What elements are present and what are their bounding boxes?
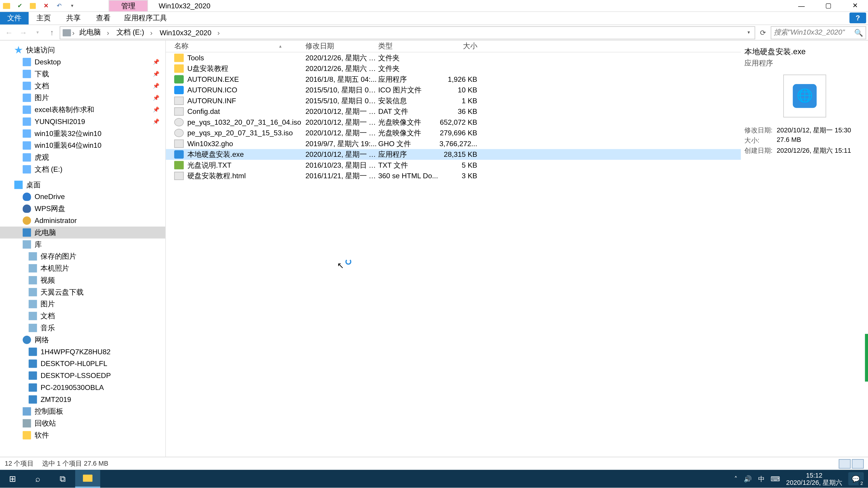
nav-quick-item[interactable]: 下载📌 <box>0 68 165 80</box>
tab-app-tools[interactable]: 应用程序工具 <box>118 12 173 24</box>
tab-view[interactable]: 查看 <box>88 12 118 24</box>
nav-quick-item[interactable]: 文档📌 <box>0 80 165 92</box>
nav-onedrive[interactable]: OneDrive <box>0 191 165 203</box>
qat-delete-icon[interactable]: ✕ <box>39 0 53 11</box>
crumb-folder[interactable]: Win10x32_2020 <box>156 28 223 37</box>
nav-control-panel[interactable]: 控制面板 <box>0 405 165 418</box>
ime-indicator[interactable]: 中 <box>758 474 765 483</box>
tray-expand-icon[interactable]: ˄ <box>734 475 738 483</box>
recent-dropdown[interactable]: ▾ <box>31 26 44 39</box>
file-row[interactable]: pe_yqs_1032_20_07_31_16_04.iso2020/10/12… <box>166 117 741 128</box>
back-button[interactable]: ← <box>2 26 16 39</box>
minimize-button[interactable]: — <box>788 0 815 11</box>
nav-quick-access[interactable]: 快速访问 <box>0 44 165 56</box>
nav-quick-item[interactable]: 图片📌 <box>0 92 165 104</box>
action-center-button[interactable]: 💬2 <box>848 472 864 485</box>
ribbon: 文件 主页 共享 查看 应用程序工具 ? <box>0 12 868 25</box>
nav-lib-item[interactable]: 视频 <box>0 274 165 286</box>
file-size: 1 KB <box>439 97 477 105</box>
nav-quick-item[interactable]: YUNQISHI2019📌 <box>0 116 165 128</box>
file-row[interactable]: 硬盘安装教程.html2016/11/21, 星期一 2...360 se HT… <box>166 170 741 182</box>
ime-status-icon[interactable]: ⌨ <box>771 475 780 483</box>
view-icons-button[interactable] <box>852 459 864 468</box>
nav-lib-item[interactable]: 保存的图片 <box>0 250 165 262</box>
nav-net-item[interactable]: PC-20190530OBLA <box>0 382 165 394</box>
volume-icon[interactable]: 🔊 <box>744 475 752 483</box>
manage-tab[interactable]: 管理 <box>108 0 148 11</box>
crumb-thispc[interactable]: 此电脑 <box>76 27 113 37</box>
clock[interactable]: 15:12 2020/12/26, 星期六 <box>786 471 842 486</box>
file-row[interactable]: Win10x32.gho2019/9/7, 星期六 19:...GHO 文件3,… <box>166 138 741 149</box>
nav-net-item[interactable]: DESKTOP-LSSOEDP <box>0 369 165 382</box>
qat-dropdown-icon[interactable]: ▾ <box>66 0 79 11</box>
nav-quick-item[interactable]: Desktop📌 <box>0 56 165 68</box>
nav-recycle[interactable]: 回收站 <box>0 417 165 429</box>
crumb-drive[interactable]: 文档 (E:) <box>113 27 156 37</box>
column-headers[interactable]: 名称▴ 修改日期 类型 大小 <box>166 40 741 53</box>
file-row[interactable]: Tools2020/12/26, 星期六 1...文件夹 <box>166 53 741 63</box>
nav-quick-item[interactable]: 文档 (E:) <box>0 163 165 175</box>
nav-thispc[interactable]: 此电脑 <box>0 227 165 238</box>
nav-lib-item[interactable]: 天翼云盘下载 <box>0 286 165 298</box>
up-button[interactable]: ↑ <box>45 26 59 39</box>
file-row[interactable]: AUTORUN.ICO2015/5/10, 星期日 02...ICO 图片文件1… <box>166 85 741 96</box>
nav-quick-item[interactable]: 虎观 <box>0 151 165 163</box>
nav-net-item[interactable]: ZMT2019 <box>0 394 165 405</box>
right-edge-indicator <box>865 334 868 382</box>
folder-icon[interactable] <box>0 0 13 11</box>
explorer-taskbar-button[interactable] <box>75 470 100 488</box>
task-view-button[interactable]: ⧉ <box>50 470 75 488</box>
forward-button[interactable]: → <box>17 26 30 39</box>
file-row[interactable]: Config.dat2020/10/12, 星期一 1...DAT 文件36 K… <box>166 106 741 117</box>
file-row[interactable]: U盘安装教程2020/12/26, 星期六 1...文件夹 <box>166 63 741 74</box>
file-row[interactable]: pe_yqs_xp_20_07_31_15_53.iso2020/10/12, … <box>166 128 741 138</box>
file-date: 2020/12/26, 星期六 1... <box>305 53 378 63</box>
file-row[interactable]: 本地硬盘安装.exe2020/10/12, 星期一 1...应用程序28,315… <box>166 149 741 160</box>
close-button[interactable]: ✕ <box>842 0 868 11</box>
file-tab[interactable]: 文件 <box>0 12 29 24</box>
search-input[interactable]: 搜索"Win10x32_2020" 🔍 <box>771 26 866 39</box>
file-name: 本地硬盘安装.exe <box>187 149 306 160</box>
help-button[interactable]: ? <box>849 12 866 23</box>
file-row[interactable]: AUTORUN.INF2015/5/10, 星期日 02...安装信息1 KB <box>166 95 741 106</box>
pin-icon: 📌 <box>153 95 159 101</box>
nav-network[interactable]: 网络 <box>0 334 165 346</box>
nav-quick-item[interactable]: win10重装32位win10 <box>0 128 165 140</box>
qat-undo-icon[interactable]: ↶ <box>53 0 66 11</box>
breadcrumb[interactable]: › 此电脑 文档 (E:) Win10x32_2020 ▾ <box>60 26 755 39</box>
maximize-button[interactable]: ▢ <box>815 0 842 11</box>
nav-net-item[interactable]: DESKTOP-HL0PLFL <box>0 358 165 369</box>
start-button[interactable]: ⊞ <box>0 470 25 488</box>
nav-wps[interactable]: WPS网盘 <box>0 203 165 215</box>
nav-lib-item[interactable]: 图片 <box>0 298 165 310</box>
col-type[interactable]: 类型 <box>378 41 439 51</box>
nav-desktop[interactable]: 桌面 <box>0 179 165 191</box>
nav-tree[interactable]: 快速访问 Desktop📌下载📌文档📌图片📌excel表格制作求和📌YUNQIS… <box>0 40 166 457</box>
file-row[interactable]: 光盘说明.TXT2016/10/23, 星期日 0...TXT 文件5 KB <box>166 160 741 170</box>
qat-check-icon[interactable]: ✔ <box>13 0 26 11</box>
search-button[interactable]: ⌕ <box>25 470 50 488</box>
nav-quick-item[interactable]: excel表格制作求和📌 <box>0 104 165 116</box>
file-row[interactable]: AUTORUN.EXE2016/1/8, 星期五 04:...应用程序1,926… <box>166 74 741 85</box>
tab-share[interactable]: 共享 <box>59 12 88 24</box>
qat-paste-icon[interactable] <box>26 0 39 11</box>
refresh-button[interactable]: ⟳ <box>756 28 770 37</box>
col-size[interactable]: 大小 <box>439 41 477 51</box>
nav-admin[interactable]: Administrator <box>0 215 165 227</box>
nav-lib-item[interactable]: 文档 <box>0 310 165 322</box>
nav-software[interactable]: 软件 <box>0 429 165 441</box>
nav-net-item[interactable]: 1H4WPFQ7KZ8HU82 <box>0 346 165 358</box>
nav-lib-item[interactable]: 音乐 <box>0 322 165 334</box>
selection-info: 选中 1 个项目 27.6 MB <box>42 459 108 468</box>
view-details-button[interactable] <box>839 459 850 468</box>
search-icon[interactable]: 🔍 <box>854 28 863 37</box>
nav-quick-item[interactable]: win10重装64位win10 <box>0 140 165 152</box>
nav-libraries[interactable]: 库 <box>0 238 165 251</box>
sort-asc-icon: ▴ <box>279 43 282 49</box>
pin-icon: 📌 <box>153 107 159 112</box>
nav-lib-item[interactable]: 本机照片 <box>0 262 165 274</box>
tab-home[interactable]: 主页 <box>29 12 59 24</box>
col-name[interactable]: 名称 <box>174 41 188 51</box>
address-dropdown-icon[interactable]: ▾ <box>747 30 752 35</box>
col-date[interactable]: 修改日期 <box>305 41 378 51</box>
